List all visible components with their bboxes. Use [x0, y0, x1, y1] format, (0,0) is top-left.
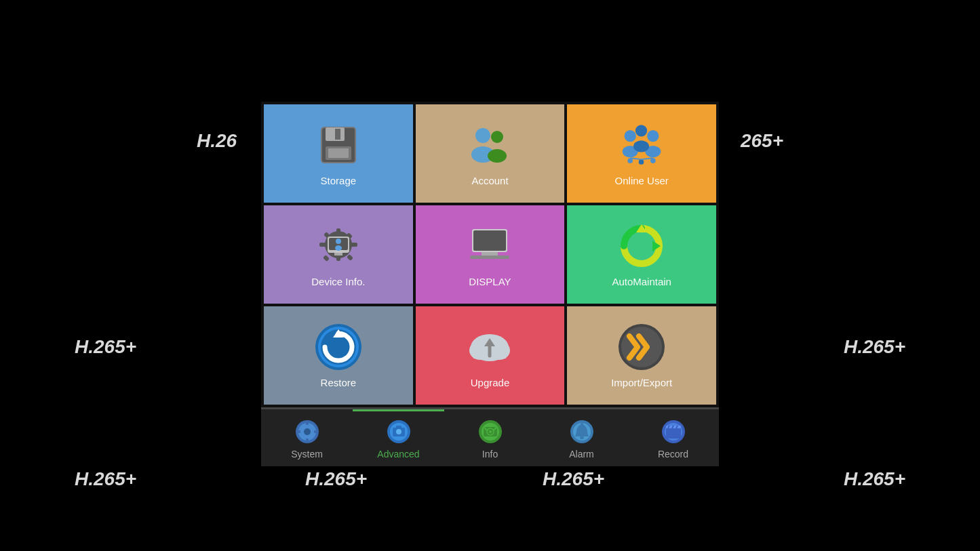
svg-rect-58	[314, 430, 318, 433]
svg-rect-72	[580, 436, 584, 439]
account-label: Account	[471, 175, 508, 186]
watermark-bl2: H.265+	[305, 468, 367, 490]
automaintain-icon	[617, 222, 666, 270]
alarm-nav-icon	[568, 418, 595, 445]
restore-icon	[314, 323, 363, 371]
nav-alarm[interactable]: Alarm	[536, 409, 627, 466]
watermark-tr: 265+	[741, 130, 783, 152]
automaintain-label: AutoMaintain	[612, 276, 671, 287]
svg-point-52	[621, 327, 662, 367]
svg-rect-38	[470, 256, 509, 259]
account-icon	[465, 121, 514, 169]
svg-point-7	[491, 131, 503, 143]
svg-point-14	[633, 140, 649, 152]
svg-point-33	[336, 239, 341, 244]
tile-restore[interactable]: Restore	[264, 306, 413, 405]
svg-rect-36	[473, 230, 506, 251]
record-nav-label: Record	[658, 449, 688, 460]
svg-point-63	[396, 429, 401, 434]
svg-rect-56	[306, 438, 309, 443]
info-nav-label: Info	[482, 449, 498, 460]
svg-rect-4	[328, 148, 349, 158]
watermark-br: H.265+	[844, 468, 905, 490]
nav-info[interactable]: Info	[444, 409, 536, 466]
svg-point-5	[475, 128, 490, 143]
advanced-nav-icon	[385, 418, 412, 445]
device-info-icon	[314, 222, 363, 270]
online-user-icon	[617, 121, 666, 169]
watermark-bl1: H.265+	[75, 468, 136, 490]
svg-point-8	[488, 149, 507, 163]
nav-record[interactable]: Record	[627, 409, 719, 466]
nav-advanced[interactable]: Advanced	[353, 409, 444, 466]
display-icon	[465, 222, 514, 270]
watermark-ml: H.265+	[75, 336, 136, 358]
alarm-nav-label: Alarm	[569, 449, 594, 460]
tile-display[interactable]: DISPLAY	[416, 205, 565, 304]
main-panel: Storage Account	[261, 102, 719, 466]
import-export-icon	[617, 323, 666, 371]
tile-storage[interactable]: Storage	[264, 104, 413, 203]
svg-rect-37	[482, 252, 498, 256]
tile-device-info[interactable]: Device Info.	[264, 205, 413, 304]
svg-rect-64	[396, 426, 401, 428]
upgrade-icon	[465, 323, 514, 371]
svg-point-13	[635, 125, 647, 136]
svg-rect-22	[336, 228, 340, 235]
import-export-label: Import/Export	[611, 377, 672, 388]
advanced-nav-label: Advanced	[377, 449, 419, 460]
svg-point-16	[639, 159, 644, 165]
tile-import-export[interactable]: Import/Export	[567, 306, 716, 405]
svg-rect-32	[334, 253, 342, 256]
menu-grid: Storage Account	[261, 102, 719, 407]
tile-online-user[interactable]: Online User	[567, 104, 716, 203]
svg-rect-57	[296, 430, 300, 433]
svg-point-11	[647, 129, 659, 141]
watermark-bc: H.265+	[543, 468, 604, 490]
svg-rect-76	[666, 428, 681, 438]
svg-point-69	[489, 430, 492, 433]
tile-automaintain[interactable]: AutoMaintain	[567, 205, 716, 304]
svg-rect-24	[319, 243, 326, 247]
svg-rect-27	[347, 254, 353, 261]
tile-account[interactable]: Account	[416, 104, 565, 203]
svg-rect-25	[351, 243, 357, 247]
watermark-mr: H.265+	[844, 336, 905, 358]
svg-rect-55	[306, 421, 309, 425]
system-nav-icon	[294, 418, 321, 445]
storage-label: Storage	[321, 175, 357, 186]
online-user-label: Online User	[615, 175, 669, 186]
upgrade-label: Upgrade	[471, 377, 510, 388]
svg-rect-2	[335, 129, 340, 140]
tile-upgrade[interactable]: Upgrade	[416, 306, 565, 405]
display-label: DISPLAY	[469, 276, 511, 287]
system-nav-label: System	[291, 449, 323, 460]
watermark-tl: H.26	[197, 130, 237, 152]
svg-point-73	[581, 423, 583, 426]
info-nav-icon	[477, 418, 504, 445]
svg-point-9	[625, 129, 636, 141]
device-info-label: Device Info.	[311, 276, 365, 287]
svg-point-59	[304, 428, 311, 435]
storage-icon	[314, 121, 363, 169]
nav-system[interactable]: System	[261, 409, 353, 466]
restore-label: Restore	[321, 377, 357, 388]
record-nav-icon	[660, 418, 687, 445]
svg-point-34	[335, 245, 342, 251]
bottom-navbar: System Advanced	[261, 407, 719, 466]
svg-rect-28	[323, 255, 330, 262]
